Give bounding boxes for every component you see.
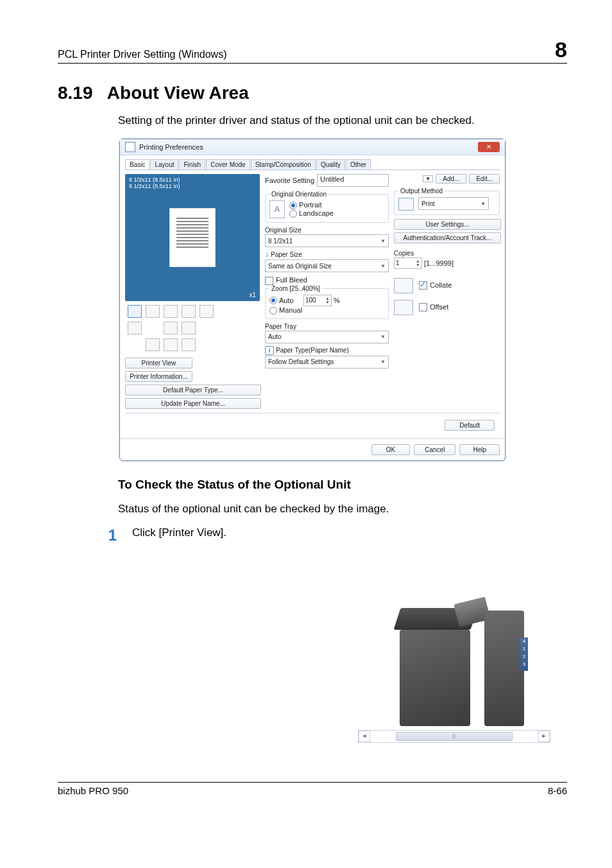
user-settings-button[interactable]: User Settings... <box>394 219 501 230</box>
tab-quality[interactable]: Quality <box>316 159 345 169</box>
chevron-down-icon: ▼ <box>380 238 386 244</box>
tab-stamp-composition[interactable]: Stamp/Composition <box>251 159 316 169</box>
original-orientation-legend: Original Orientation <box>269 191 328 198</box>
paper-tray-select[interactable]: Auto▼ <box>265 331 389 343</box>
copies-spinner[interactable]: 1▲▼ <box>394 257 422 269</box>
output-method-legend: Output Method <box>398 187 445 195</box>
window-title: Printing Preferences <box>139 143 203 151</box>
copies-label: Copies <box>394 250 500 257</box>
tray-tag-2: 2 <box>520 653 528 661</box>
running-header-left: PCL Printer Driver Setting (Windows) <box>58 49 226 60</box>
offset-checkbox[interactable] <box>419 303 427 311</box>
zoom-auto-radio[interactable] <box>269 297 277 304</box>
printing-preferences-window: Printing Preferences ✕ Basic Layout Fini… <box>119 139 506 461</box>
scroll-thumb[interactable]: ||| <box>396 732 513 741</box>
orientation-icon: A <box>269 200 285 218</box>
favorite-setting-arrow[interactable]: ▼ <box>423 175 433 182</box>
copies-range: [1...9999] <box>424 259 454 266</box>
preview-icon-2[interactable] <box>146 305 160 318</box>
preview-icon-8[interactable] <box>182 322 196 334</box>
paper-type-select[interactable]: Follow Default Settings▼ <box>265 356 389 369</box>
default-button[interactable]: Default <box>445 420 495 431</box>
full-bleed-checkbox[interactable] <box>265 277 273 285</box>
zoom-manual-radio[interactable] <box>269 307 277 315</box>
favorite-add-button[interactable]: Add... <box>436 174 466 184</box>
zoom-value-spinner[interactable]: 100▲▼ <box>303 295 332 306</box>
printer-information-button[interactable]: Printer Information... <box>125 371 192 382</box>
down-arrow-icon: ↓ <box>265 250 269 259</box>
scroll-left-button[interactable]: ◄ <box>359 731 370 742</box>
preview-size-original: 8 1/2x11 (8.5x11 in) <box>129 177 256 183</box>
tray-tag-1: 1 <box>520 645 528 653</box>
default-paper-type-button[interactable]: Default Paper Type... <box>125 385 261 395</box>
output-method-select[interactable]: Print▼ <box>418 197 489 210</box>
cancel-button[interactable]: Cancel <box>414 444 455 455</box>
favorite-setting-select[interactable]: Untitled <box>317 174 389 187</box>
preview-zoom-indicator: x1 <box>249 291 256 299</box>
preview-icon-6[interactable] <box>128 322 142 334</box>
offset-label: Offset <box>430 303 448 311</box>
subsection-description: Status of the optional unit can be check… <box>118 503 567 516</box>
step-number: 1 <box>99 526 117 544</box>
chevron-down-icon: ▼ <box>480 201 486 207</box>
scroll-right-button[interactable]: ► <box>538 731 550 742</box>
print-icon <box>398 198 414 211</box>
original-size-label: Original Size <box>265 227 389 234</box>
section-intro: Setting of the printer driver and status… <box>118 114 567 127</box>
offset-icon <box>394 300 413 315</box>
full-bleed-label: Full Bleed <box>276 276 307 284</box>
preview-icon-7[interactable] <box>164 322 178 334</box>
original-size-select[interactable]: 8 1/2x11▼ <box>265 234 389 247</box>
landscape-label: Landscape <box>299 209 334 217</box>
preview-size-paper: 8 1/2x11 (8.5x11 in) <box>129 183 256 189</box>
portrait-label: Portrait <box>299 201 321 209</box>
preview-icon-11[interactable] <box>182 338 196 351</box>
printer-device-illustration: 4 1 2 3 <box>380 578 528 726</box>
subsection-heading: To Check the Status of the Optional Unit <box>118 478 567 492</box>
zoom-auto-label: Auto <box>279 296 294 304</box>
zoom-manual-label: Manual <box>279 306 302 314</box>
tab-other[interactable]: Other <box>346 159 371 169</box>
collate-icon <box>394 278 413 293</box>
preview-icon-3[interactable] <box>164 305 178 318</box>
collate-label: Collate <box>430 281 452 289</box>
tab-basic[interactable]: Basic <box>125 159 149 169</box>
preview-icon-5[interactable] <box>200 305 214 318</box>
preview-mode-icon[interactable] <box>128 305 142 318</box>
favorite-setting-label: Favorite Setting <box>265 177 314 184</box>
tray-tag-3: 3 <box>520 661 528 668</box>
chapter-number-badge: 8 <box>555 39 567 60</box>
zoom-percent-label: % <box>334 296 340 304</box>
window-icon <box>125 142 135 152</box>
portrait-radio[interactable] <box>289 202 297 209</box>
page-preview: 8 1/2x11 (8.5x11 in) 8 1/2x11 (8.5x11 in… <box>125 174 260 301</box>
paper-size-select[interactable]: Same as Original Size▼ <box>265 259 389 272</box>
tab-cover-mode[interactable]: Cover Mode <box>206 159 250 169</box>
authentication-account-track-button[interactable]: Authentication/Account Track... <box>394 232 501 243</box>
printer-view-button[interactable]: Printer View <box>125 358 192 369</box>
collate-checkbox[interactable] <box>419 281 427 290</box>
section-heading: About View Area <box>107 83 249 103</box>
paper-type-label: Paper Type(Paper Name) <box>276 347 349 354</box>
favorite-edit-button[interactable]: Edit... <box>469 174 500 184</box>
help-button[interactable]: Help <box>459 444 500 455</box>
chevron-down-icon: ▼ <box>380 359 386 365</box>
ok-button[interactable]: OK <box>371 444 410 455</box>
info-icon: i <box>265 346 274 355</box>
preview-icon-4[interactable] <box>182 305 196 318</box>
printer-view-panel: 4 1 2 3 ◄ ||| ► <box>358 556 550 743</box>
paper-size-label: Paper Size <box>271 251 302 258</box>
close-icon[interactable]: ✕ <box>478 142 500 152</box>
chevron-down-icon: ▼ <box>380 334 386 340</box>
update-paper-name-button[interactable]: Update Paper Name... <box>125 398 261 409</box>
zoom-legend: Zoom [25..400%] <box>269 285 322 292</box>
tab-layout[interactable]: Layout <box>150 159 178 169</box>
tab-finish[interactable]: Finish <box>179 159 205 169</box>
landscape-radio[interactable] <box>289 210 297 218</box>
tray-tag-4: 4 <box>520 638 528 645</box>
footer-model: bizhub PRO 950 <box>58 785 128 796</box>
horizontal-scrollbar[interactable]: ◄ ||| ► <box>358 730 550 743</box>
preview-icon-9[interactable] <box>146 338 160 351</box>
footer-page-number: 8-66 <box>548 785 567 796</box>
preview-icon-10[interactable] <box>164 338 178 351</box>
